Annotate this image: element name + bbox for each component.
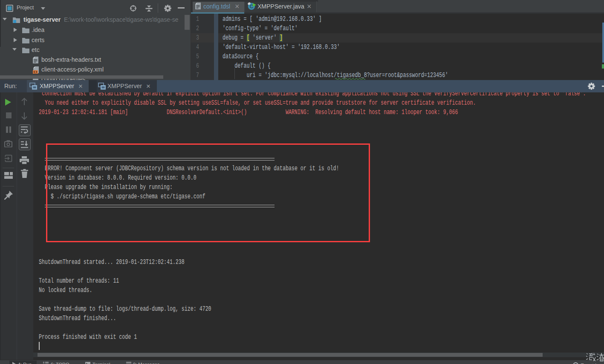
svg-text:C: C [250, 4, 253, 9]
